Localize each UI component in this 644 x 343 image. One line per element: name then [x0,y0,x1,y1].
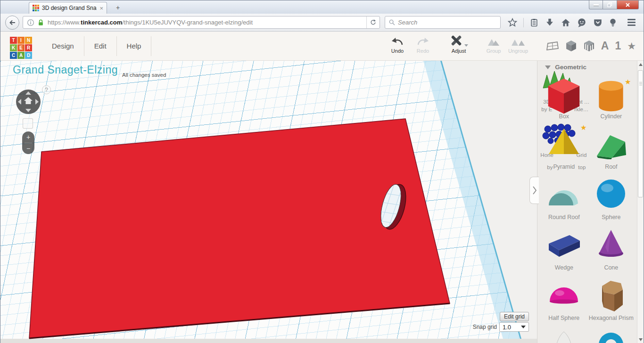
https-lock-icon[interactable] [37,19,44,26]
snap-grid-value: 1.0 [503,324,511,331]
shape-item-round-roof[interactable]: Round Roof [540,173,587,223]
view-cube-button[interactable] [23,118,33,129]
bookmark-star-icon[interactable] [507,17,518,28]
shape-item-partial-paraboloid[interactable] [540,324,587,343]
menu-design[interactable]: Design [42,42,84,50]
minimize-icon [594,4,599,6]
titlebar: 3D design Grand Snaget-El... × + [0,0,644,14]
tube-shape-icon [594,331,627,343]
reload-button[interactable] [366,16,380,28]
solid-shapes-tab-icon[interactable] [565,40,577,52]
shape-label: Hexagonal Prism [584,315,638,321]
shape-item-sphere[interactable]: Sphere [587,173,635,223]
hello-chat-icon[interactable] [577,17,587,28]
favorites-tab-icon[interactable]: ★ [627,41,636,52]
ungroup-button[interactable]: Ungroup [507,35,529,54]
shape-label: Round Roof [537,214,591,220]
toolbar-divider [523,18,524,27]
view-navigation-pad[interactable] [15,88,42,115]
back-button[interactable] [5,16,19,30]
redo-icon [412,35,434,47]
shape-item-half-sphere[interactable]: Half Sphere [540,274,587,324]
pocket-icon[interactable] [593,17,603,28]
cylinder-shape-icon [593,79,629,114]
menu-help[interactable]: Help [117,42,151,50]
section-collapse-icon [545,65,551,69]
zoom-control: + − [22,131,34,154]
pin-lightbulb-icon[interactable] [609,17,617,28]
letters-tab[interactable]: A [601,40,609,52]
shape-library-panel: Geometric 3D nt … by E rkle… B [537,61,644,343]
shape-item-roof[interactable]: Roof [587,122,635,173]
undo-button[interactable]: Undo [386,35,409,54]
shape-label: Wedge [537,264,591,271]
shape-label: Roof [584,163,638,170]
tinkercad-favicon-icon [33,5,39,11]
group-button[interactable]: Group [482,35,505,54]
zoom-in-button[interactable]: + [22,131,34,143]
paraboloid-shape-icon [551,330,577,343]
shape-item-hexagonal-prism[interactable]: Hexagonal Prism [587,274,635,324]
reading-list-icon[interactable] [529,17,539,28]
browser-tab[interactable]: 3D design Grand Snaget-El... × [29,2,107,14]
search-bar[interactable] [385,16,501,29]
home-icon[interactable] [561,17,571,28]
pyramid-shape-icon [545,126,583,156]
shape-label: Sphere [584,214,638,220]
snap-grid-caret-icon [521,326,526,328]
save-status: All changes saved [122,72,166,78]
shape-label: Cylinder [584,113,638,120]
design-title[interactable]: Grand Snaget-Elzing [13,64,118,76]
url-text[interactable]: https://www.tinkercad.com/things/1KU5eJU… [48,19,366,26]
browser-window: 3D design Grand Snaget-El... × + https:/… [0,0,644,343]
numbers-tab[interactable]: 1 [615,40,621,52]
3d-viewport[interactable]: Grand Snaget-Elzing All changes saved ? … [0,61,537,343]
zoom-out-button[interactable]: − [22,143,34,155]
workplane-tab-icon[interactable] [546,40,559,52]
chevron-right-icon [532,185,537,196]
restore-icon [607,2,612,8]
shape-label: Box [537,113,591,120]
adjust-caret-icon [464,44,468,47]
menu-button[interactable] [627,19,636,26]
shape-item-cylinder[interactable]: ★ Cylinder [587,72,635,122]
cone-shape-icon [596,228,626,258]
tab-close-icon[interactable]: × [99,5,103,11]
shape-item-wedge[interactable]: Wedge [540,223,587,274]
snap-grid-select[interactable]: 1.0 [499,322,529,332]
hexagonal-prism-shape-icon [594,278,628,315]
shape-item-cone[interactable]: Cone [587,223,635,274]
roof-shape-icon [592,131,630,159]
window-minimize-button[interactable] [589,0,603,9]
downloads-icon[interactable] [545,17,555,28]
help-button[interactable]: ? [42,85,51,94]
back-arrow-icon [8,18,17,27]
round-roof-shape-icon [546,180,582,207]
redo-button[interactable]: Redo [412,35,434,54]
sphere-shape-icon [596,179,626,209]
favorite-star-badge: ★ [625,78,631,86]
panel-collapse-handle[interactable] [529,177,539,204]
adjust-icon [447,35,470,47]
favorite-star-badge: ★ [580,123,586,132]
scrollbar-thumb[interactable] [638,70,643,197]
shape-item-pyramid[interactable]: ★ Hone Grid by top Pyramid [540,122,587,173]
page-info-icon[interactable] [27,19,34,26]
shape-label: Pyramid [537,163,591,170]
sidebar-scrollbar[interactable] [637,61,644,343]
edit-grid-button[interactable]: Edit grid [500,312,529,321]
hole-shapes-tab-icon[interactable] [583,40,595,52]
window-close-button[interactable] [617,0,639,9]
url-bar[interactable]: https://www.tinkercad.com/things/1KU5eJU… [23,16,380,29]
search-input[interactable] [398,19,497,26]
tinkercad-logo[interactable]: TINKERCAD [10,37,32,59]
window-restore-button[interactable] [603,0,617,9]
scroll-up-arrow-icon[interactable] [639,63,643,66]
adjust-button[interactable]: Adjust [447,35,470,54]
menu-edit[interactable]: Edit [84,42,116,50]
new-tab-button[interactable]: + [112,4,124,12]
scroll-down-arrow-icon[interactable] [639,338,643,341]
shape-item-box[interactable]: 3D nt … by E rkle… Box [540,72,587,122]
browser-navbar: https://www.tinkercad.com/things/1KU5eJU… [0,14,644,32]
shape-item-partial-tube[interactable] [587,324,635,343]
